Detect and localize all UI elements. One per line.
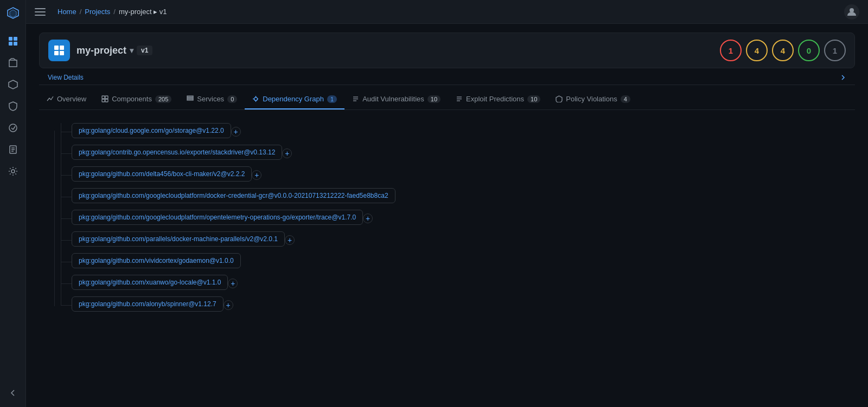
svg-rect-19: [60, 51, 64, 55]
dep-node-9[interactable]: pkg:golang/github.com/alonyb/spinner@v1.…: [72, 296, 224, 312]
user-avatar[interactable]: [844, 4, 859, 20]
dependency-graph-panel: pkg:golang/cloud.google.com/go/storage@v…: [39, 110, 855, 331]
breadcrumb: Home / Projects / my-project ▸ v1: [58, 8, 167, 16]
table-row: pkg:golang/github.com/xuanwo/go-locale@v…: [61, 275, 846, 292]
services-icon: [187, 95, 194, 102]
policy-icon: [556, 95, 563, 102]
dep-node-1-label: pkg:golang/cloud.google.com/go/storage@v…: [79, 127, 224, 134]
sidebar-item-dashboard[interactable]: [3, 31, 23, 51]
dep-node-5[interactable]: pkg:golang/github.com/googlecloudplatfor…: [72, 210, 363, 225]
sidebar-item-compliance[interactable]: [3, 118, 23, 138]
severity-info[interactable]: 1: [824, 40, 846, 61]
project-name-text: my-project: [76, 45, 126, 56]
tab-audit-vulnerabilities[interactable]: Audit Vulnerabilities 10: [344, 89, 448, 109]
dep-node-1[interactable]: pkg:golang/cloud.google.com/go/storage@v…: [72, 123, 231, 138]
table-row: pkg:golang/contrib.go.opencensus.io/expo…: [61, 145, 846, 162]
tab-exploit-predictions[interactable]: Exploit Predictions 10: [448, 89, 548, 109]
table-row: pkg:golang/cloud.google.com/go/storage@v…: [61, 123, 846, 140]
svg-rect-25: [187, 99, 193, 100]
tab-dependency-graph[interactable]: Dependency Graph 1: [245, 89, 344, 109]
project-info: my-project ▾ v1: [48, 40, 152, 61]
exploit-icon: [456, 95, 463, 102]
main-area: Home / Projects / my-project ▸ v1: [26, 0, 868, 407]
dep-node-7-label: pkg:golang/github.com/vividcortex/godaem…: [79, 257, 234, 264]
vertical-connector-line: [54, 131, 55, 306]
svg-rect-18: [54, 51, 59, 55]
sidebar-item-settings[interactable]: [3, 161, 23, 181]
tab-audit-label: Audit Vulnerabilities: [362, 95, 424, 103]
svg-rect-22: [102, 99, 105, 102]
dep-expand-9[interactable]: +: [224, 300, 233, 310]
svg-rect-4: [9, 42, 12, 46]
tabs-bar: Overview Components 205 Services: [39, 89, 855, 110]
dep-node-4[interactable]: pkg:golang/github.com/googlecloudplatfor…: [72, 188, 395, 203]
sidebar-item-security[interactable]: [3, 96, 23, 116]
tab-policy-violations[interactable]: Policy Violations 4: [548, 89, 638, 109]
tab-exploit-count: 10: [527, 95, 540, 103]
svg-rect-5: [14, 42, 17, 46]
sidebar-item-reports[interactable]: [3, 140, 23, 159]
project-name: my-project ▾ v1: [76, 45, 152, 56]
components-icon: [101, 95, 108, 102]
hamburger-menu[interactable]: [35, 7, 46, 17]
severity-low-count: 0: [807, 46, 811, 55]
dep-expand-5[interactable]: +: [363, 214, 373, 223]
dep-node-7[interactable]: pkg:golang/github.com/vividcortex/godaem…: [72, 253, 241, 268]
graph-container: pkg:golang/cloud.google.com/go/storage@v…: [48, 123, 846, 314]
tab-dependency-graph-label: Dependency Graph: [263, 95, 324, 103]
tab-components[interactable]: Components 205: [94, 89, 179, 109]
dep-node-3[interactable]: pkg:golang/github.com/delta456/box-cli-m…: [72, 166, 252, 182]
breadcrumb-sep-1: /: [80, 8, 82, 16]
dep-node-6-label: pkg:golang/github.com/parallels/docker-m…: [79, 235, 278, 243]
tab-overview[interactable]: Overview: [39, 89, 94, 109]
breadcrumb-current: my-project ▸ v1: [119, 8, 167, 16]
severity-medium[interactable]: 4: [772, 40, 794, 61]
svg-line-9: [13, 126, 15, 130]
main-content: my-project ▾ v1 1 4 4 0: [26, 24, 868, 407]
dep-expand-2[interactable]: +: [282, 148, 292, 158]
breadcrumb-sep-2: /: [113, 8, 116, 16]
dep-expand-3[interactable]: +: [252, 170, 261, 180]
tab-policy-count: 4: [621, 95, 630, 103]
tab-services-count: 0: [227, 95, 237, 103]
dep-node-3-label: pkg:golang/github.com/delta456/box-cli-m…: [79, 170, 245, 178]
sidebar-item-components[interactable]: [3, 75, 23, 94]
svg-marker-1: [10, 10, 16, 17]
breadcrumb-projects[interactable]: Projects: [85, 8, 110, 16]
dep-node-6[interactable]: pkg:golang/github.com/parallels/docker-m…: [72, 231, 285, 247]
app-logo[interactable]: [4, 4, 22, 22]
tab-dependency-graph-count: 1: [327, 95, 337, 103]
severity-critical[interactable]: 1: [720, 40, 742, 61]
breadcrumb-home[interactable]: Home: [58, 8, 76, 16]
table-row: pkg:golang/github.com/googlecloudplatfor…: [61, 210, 846, 227]
project-header: my-project ▾ v1 1 4 4 0: [39, 33, 855, 68]
top-nav: Home / Projects / my-project ▸ v1: [26, 0, 868, 24]
svg-rect-2: [9, 37, 12, 41]
tab-components-count: 205: [155, 95, 171, 103]
svg-rect-16: [54, 46, 59, 50]
svg-rect-26: [187, 96, 193, 97]
tab-policy-label: Policy Violations: [566, 95, 617, 103]
severity-low[interactable]: 0: [798, 40, 820, 61]
table-row: pkg:golang/github.com/vividcortex/godaem…: [61, 253, 846, 270]
view-details-bar[interactable]: View Details: [39, 70, 855, 85]
dep-node-8-label: pkg:golang/github.com/xuanwo/go-locale@v…: [79, 279, 221, 286]
svg-rect-21: [105, 96, 108, 99]
audit-icon: [352, 95, 359, 102]
tab-services[interactable]: Services 0: [179, 89, 245, 109]
dep-expand-8[interactable]: +: [228, 279, 238, 288]
tab-audit-count: 10: [427, 95, 441, 103]
dep-node-2[interactable]: pkg:golang/contrib.go.opencensus.io/expo…: [72, 145, 282, 160]
table-row: pkg:golang/github.com/alonyb/spinner@v1.…: [61, 296, 846, 314]
dep-expand-1[interactable]: +: [231, 127, 241, 137]
sidebar-collapse-toggle[interactable]: [8, 387, 18, 398]
severity-info-count: 1: [833, 46, 837, 55]
sidebar-item-projects[interactable]: [3, 53, 23, 73]
dep-node-8[interactable]: pkg:golang/github.com/xuanwo/go-locale@v…: [72, 275, 228, 290]
svg-rect-23: [105, 99, 108, 102]
sidebar: [0, 0, 26, 407]
project-dropdown-icon[interactable]: ▾: [130, 46, 133, 55]
severity-badges: 1 4 4 0 1: [720, 40, 846, 61]
severity-high[interactable]: 4: [746, 40, 768, 61]
dep-expand-6[interactable]: +: [285, 235, 295, 245]
